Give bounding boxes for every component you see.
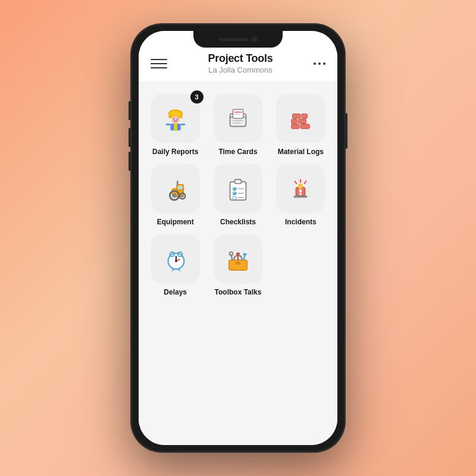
label-equipment: Equipment — [157, 218, 194, 226]
svg-rect-6 — [174, 124, 177, 131]
svg-line-43 — [295, 181, 297, 184]
svg-rect-7 — [165, 124, 170, 126]
tools-grid: 3 — [148, 94, 328, 296]
label-delays: Delays — [164, 288, 187, 296]
worker-icon — [162, 105, 189, 132]
svg-rect-47 — [294, 196, 308, 198]
incidents-icon — [287, 175, 314, 202]
page-title: Project Tools — [167, 52, 314, 65]
svg-rect-15 — [292, 124, 299, 129]
notch-camera — [252, 36, 258, 42]
svg-rect-59 — [236, 262, 240, 265]
svg-point-57 — [175, 260, 177, 262]
svg-point-4 — [177, 118, 178, 120]
svg-point-25 — [172, 193, 177, 198]
svg-rect-20 — [302, 114, 308, 118]
icon-box-material-logs — [276, 94, 325, 143]
grid-item-delays[interactable]: Delays — [148, 234, 202, 296]
badge-daily-reports: 3 — [190, 90, 203, 104]
grid-item-material-logs[interactable]: Material Logs — [274, 94, 328, 156]
svg-line-42 — [305, 181, 306, 184]
delays-icon — [162, 245, 189, 273]
label-material-logs: Material Logs — [278, 148, 324, 156]
notch-speaker — [218, 38, 248, 41]
svg-rect-35 — [233, 192, 236, 195]
svg-rect-29 — [230, 182, 246, 201]
icon-box-daily-reports: 3 — [151, 94, 200, 143]
icon-box-equipment — [151, 164, 200, 213]
svg-rect-45 — [299, 189, 302, 193]
icon-box-delays — [151, 234, 200, 283]
header-title-group: Project Tools La Jolla Commons — [167, 52, 314, 74]
phone-screen: Project Tools La Jolla Commons 3 — [139, 31, 337, 445]
label-time-cards: Time Cards — [218, 148, 257, 156]
svg-rect-8 — [180, 124, 185, 126]
svg-point-61 — [230, 252, 233, 256]
svg-line-64 — [244, 255, 245, 260]
svg-rect-19 — [293, 114, 300, 118]
checklists-icon — [224, 175, 252, 202]
svg-rect-30 — [234, 180, 242, 184]
label-checklists: Checklists — [220, 218, 256, 226]
toolbox-icon — [224, 245, 252, 273]
svg-point-27 — [181, 195, 184, 198]
icon-box-incidents — [276, 164, 325, 213]
label-toolbox-talks: Toolbox Talks — [215, 288, 262, 296]
page-subtitle: La Jolla Commons — [167, 65, 314, 74]
svg-line-54 — [178, 269, 180, 271]
grid-item-incidents[interactable]: Incidents — [274, 164, 328, 226]
phone-notch — [193, 31, 283, 48]
icon-box-toolbox-talks — [214, 234, 262, 283]
grid-item-equipment[interactable]: Equipment — [148, 164, 202, 226]
svg-point-48 — [298, 184, 303, 189]
svg-rect-31 — [233, 187, 236, 190]
svg-rect-65 — [243, 253, 247, 255]
icon-box-checklists — [214, 164, 262, 213]
label-daily-reports: Daily Reports — [152, 148, 198, 156]
svg-line-53 — [172, 269, 174, 271]
svg-point-2 — [171, 115, 179, 123]
svg-rect-16 — [300, 124, 309, 129]
svg-rect-28 — [177, 181, 178, 186]
timecards-icon — [224, 105, 252, 132]
svg-rect-39 — [233, 196, 236, 199]
svg-rect-17 — [292, 119, 298, 124]
materials-icon — [287, 105, 314, 132]
icon-box-time-cards — [214, 94, 262, 143]
more-options-button[interactable] — [314, 62, 325, 65]
label-incidents: Incidents — [285, 218, 317, 226]
svg-point-3 — [173, 118, 174, 120]
grid-item-checklists[interactable]: Checklists — [211, 164, 265, 226]
equipment-icon — [162, 175, 189, 202]
svg-rect-10 — [233, 109, 243, 118]
svg-rect-23 — [177, 186, 182, 189]
hamburger-menu-button[interactable] — [151, 59, 167, 68]
svg-rect-18 — [298, 119, 306, 124]
phone-frame: Project Tools La Jolla Commons 3 — [131, 24, 345, 452]
svg-point-46 — [299, 193, 302, 195]
grid-item-time-cards[interactable]: Time Cards — [211, 94, 265, 156]
svg-rect-58 — [229, 260, 248, 270]
grid-item-toolbox-talks[interactable]: Toolbox Talks — [211, 234, 265, 296]
grid-item-daily-reports[interactable]: 3 — [148, 94, 202, 156]
content-area: 3 — [139, 82, 337, 445]
svg-rect-63 — [236, 252, 240, 255]
